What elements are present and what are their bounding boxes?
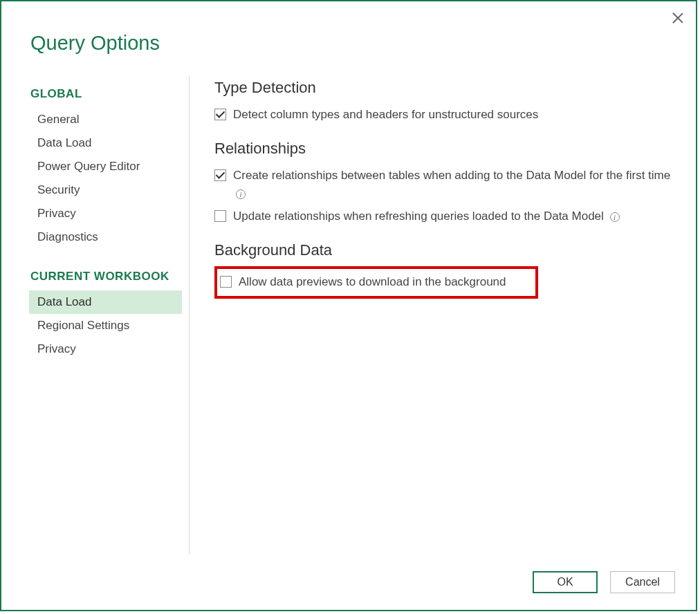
sidebar-item-privacy-global[interactable]: Privacy [29, 202, 182, 225]
sidebar-section-current-workbook: CURRENT WORKBOOK [29, 264, 182, 290]
section-heading-background-data: Background Data [214, 241, 675, 259]
sidebar-item-privacy-workbook[interactable]: Privacy [29, 337, 182, 361]
section-heading-type-detection: Type Detection [214, 79, 675, 97]
option-label: Create relationships between tables when… [233, 167, 675, 203]
option-label: Update relationships when refreshing que… [233, 207, 675, 225]
sidebar-item-diagnostics[interactable]: Diagnostics [29, 225, 182, 249]
option-allow-background-download[interactable]: Allow data previews to download in the b… [220, 273, 531, 291]
info-icon[interactable]: i [610, 212, 620, 222]
checkbox-icon[interactable] [214, 109, 226, 120]
dialog-footer: OK Cancel [533, 571, 675, 593]
content-panel: Type Detection Detect column types and h… [190, 76, 675, 555]
sidebar-item-data-load-global[interactable]: Data Load [29, 131, 182, 155]
highlight-box: Allow data previews to download in the b… [214, 266, 538, 298]
checkbox-icon[interactable] [214, 169, 226, 181]
option-label: Detect column types and headers for unst… [233, 106, 675, 124]
dialog-title: Query Options [30, 32, 160, 55]
info-icon[interactable]: i [236, 189, 246, 199]
option-detect-column-types[interactable]: Detect column types and headers for unst… [214, 104, 675, 126]
option-label: Allow data previews to download in the b… [239, 273, 531, 291]
sidebar-section-global: GLOBAL [29, 82, 182, 108]
sidebar-item-regional-settings[interactable]: Regional Settings [29, 314, 182, 337]
checkbox-icon[interactable] [214, 210, 226, 222]
ok-button[interactable]: OK [533, 571, 598, 593]
sidebar-item-power-query-editor[interactable]: Power Query Editor [29, 155, 182, 178]
sidebar-item-security[interactable]: Security [29, 178, 182, 202]
option-update-relationships[interactable]: Update relationships when refreshing que… [214, 205, 675, 227]
sidebar-item-data-load-workbook[interactable]: Data Load [29, 290, 182, 314]
option-create-relationships[interactable]: Create relationships between tables when… [214, 165, 675, 205]
checkbox-icon[interactable] [220, 276, 232, 288]
cancel-button[interactable]: Cancel [610, 571, 675, 593]
sidebar-item-general[interactable]: General [29, 108, 182, 131]
section-heading-relationships: Relationships [214, 140, 675, 158]
sidebar: GLOBAL General Data Load Power Query Edi… [29, 76, 190, 555]
close-icon[interactable] [671, 11, 685, 25]
